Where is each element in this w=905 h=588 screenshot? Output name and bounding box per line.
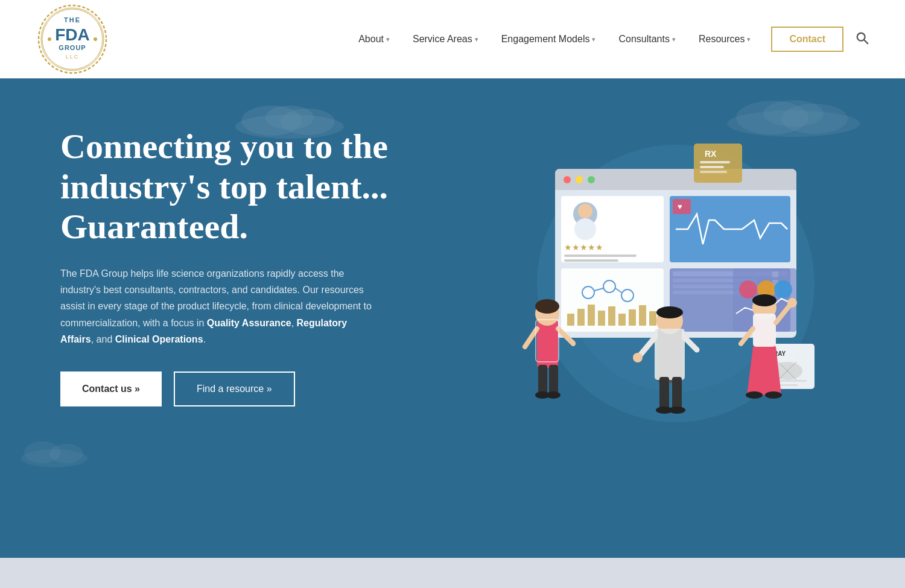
svg-text:RX: RX — [705, 149, 717, 159]
nav-item-about[interactable]: About ▾ — [350, 29, 398, 49]
search-icon[interactable] — [856, 31, 869, 48]
svg-point-8 — [94, 37, 97, 41]
svg-rect-97 — [672, 377, 682, 410]
svg-point-105 — [787, 298, 797, 308]
nav-item-consultants[interactable]: Consultants ▾ — [610, 29, 684, 49]
svg-rect-36 — [564, 259, 618, 262]
svg-point-21 — [49, 444, 83, 463]
nav: About ▾ Service Areas ▾ Engagement Model… — [350, 27, 869, 52]
svg-rect-84 — [538, 365, 547, 395]
svg-point-29 — [588, 176, 595, 183]
hero-content: Connecting you to the industry's top tal… — [60, 127, 422, 406]
svg-text:FDA: FDA — [55, 25, 90, 44]
svg-text:♥: ♥ — [678, 202, 682, 211]
svg-rect-62 — [649, 311, 656, 326]
svg-point-87 — [546, 391, 560, 399]
svg-rect-54 — [567, 314, 574, 326]
hero-body: The FDA Group helps life science organiz… — [60, 265, 374, 347]
svg-rect-71 — [700, 171, 727, 173]
nav-item-resources[interactable]: Resources ▾ — [690, 29, 759, 49]
svg-point-107 — [746, 391, 763, 399]
chevron-down-icon: ▾ — [592, 36, 595, 43]
find-resource-button[interactable]: Find a resource » — [174, 371, 295, 406]
svg-line-10 — [864, 40, 868, 43]
contact-button[interactable]: Contact — [771, 27, 843, 52]
svg-text:THE: THE — [64, 16, 81, 24]
svg-point-27 — [564, 176, 571, 183]
svg-rect-69 — [700, 161, 730, 163]
hero-illustration: ★★★★★ ♥ — [495, 109, 857, 470]
svg-rect-55 — [577, 309, 585, 326]
svg-rect-59 — [618, 314, 626, 326]
svg-text:GROUP: GROUP — [59, 44, 86, 51]
svg-text:LLC: LLC — [66, 54, 80, 60]
svg-rect-79 — [537, 320, 558, 368]
nav-item-service-areas[interactable]: Service Areas ▾ — [404, 29, 487, 49]
hero-title: Connecting you to the industry's top tal… — [60, 127, 422, 247]
svg-point-99 — [668, 406, 685, 414]
chevron-down-icon: ▾ — [386, 36, 390, 43]
svg-rect-70 — [700, 166, 724, 168]
svg-rect-92 — [655, 329, 685, 380]
chevron-down-icon: ▾ — [747, 36, 751, 43]
svg-rect-35 — [564, 254, 637, 257]
svg-point-95 — [633, 353, 643, 362]
svg-point-64 — [739, 280, 757, 299]
chevron-down-icon: ▾ — [475, 36, 478, 43]
svg-rect-103 — [753, 314, 776, 347]
svg-rect-96 — [659, 377, 669, 410]
svg-point-14 — [265, 106, 314, 130]
svg-point-81 — [535, 299, 559, 314]
svg-rect-61 — [639, 305, 646, 326]
svg-point-91 — [656, 306, 683, 318]
footer-strip — [0, 558, 905, 588]
svg-point-28 — [576, 176, 583, 183]
svg-point-32 — [578, 204, 592, 218]
svg-point-108 — [765, 391, 782, 399]
svg-rect-57 — [598, 311, 605, 326]
svg-text:★★★★★: ★★★★★ — [564, 243, 603, 252]
hero-buttons: Contact us » Find a resource » — [60, 371, 422, 406]
cloud-decoration — [18, 437, 91, 467]
chevron-down-icon: ▾ — [672, 36, 676, 43]
svg-point-7 — [48, 37, 51, 41]
svg-point-33 — [574, 218, 596, 240]
nav-item-engagement-models[interactable]: Engagement Models ▾ — [493, 29, 605, 49]
svg-point-66 — [774, 280, 792, 299]
svg-rect-58 — [608, 306, 615, 326]
svg-point-102 — [752, 294, 776, 306]
svg-rect-85 — [549, 365, 558, 395]
hero-section: Connecting you to the industry's top tal… — [0, 78, 905, 588]
logo[interactable]: THE FDA GROUP LLC — [36, 3, 109, 75]
svg-rect-56 — [588, 305, 595, 326]
contact-us-button[interactable]: Contact us » — [60, 371, 162, 406]
svg-rect-60 — [629, 309, 636, 326]
header: THE FDA GROUP LLC About ▾ Service Areas … — [0, 0, 905, 78]
